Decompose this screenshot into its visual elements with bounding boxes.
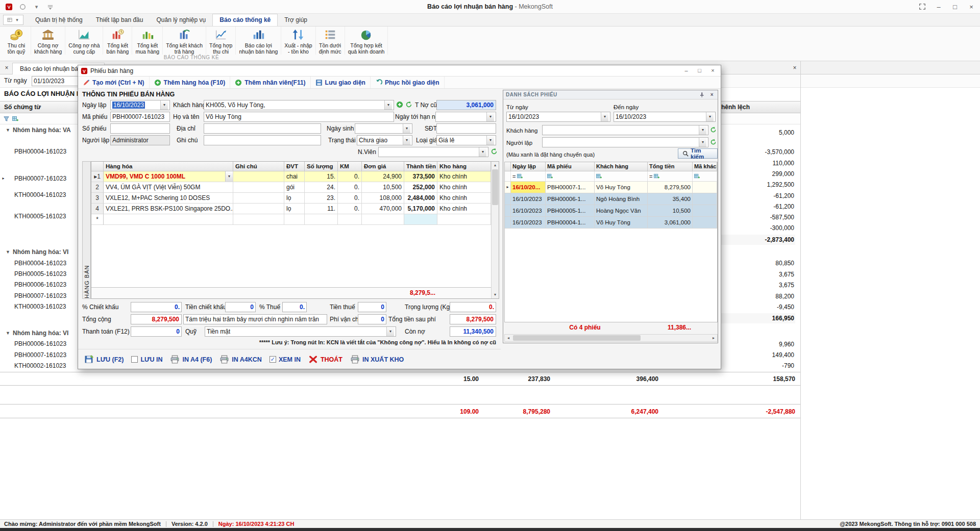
- save-button[interactable]: LƯU (F2): [84, 355, 124, 364]
- panel-close-icon[interactable]: ×: [791, 64, 798, 71]
- panel-column-header-2[interactable]: Khách hàng: [595, 162, 648, 171]
- ribbon-tab-2[interactable]: Quản lý nghiệp vụ: [150, 14, 212, 26]
- print-a4-button[interactable]: IN A4 (F6): [170, 355, 212, 364]
- ribbon-button-9[interactable]: Tồn dưới định mức: [316, 27, 345, 55]
- report-group-row[interactable]: ▼Nhóm hàng hóa: VA: [0, 125, 78, 135]
- nhan-vien-combo[interactable]: ▾: [378, 147, 488, 157]
- panel-to-date[interactable]: 16/10/2023▾: [614, 112, 716, 122]
- trong-luong-input[interactable]: 0.: [450, 302, 496, 312]
- pin-icon[interactable]: [699, 92, 705, 98]
- column-header-3[interactable]: Số lượng: [305, 162, 338, 171]
- panel-column-header-0[interactable]: Ngày lập: [511, 162, 546, 171]
- filter-cell-2[interactable]: [595, 171, 648, 181]
- quick-access-caret-icon[interactable]: ▾: [33, 3, 40, 11]
- dropdown-arrow-icon[interactable]: ▾: [486, 136, 494, 145]
- column-header-6[interactable]: Thành tiền: [404, 162, 437, 171]
- sdt-input[interactable]: [436, 123, 496, 134]
- dropdown-arrow-icon[interactable]: ▾: [486, 112, 494, 121]
- toolbar-item-2[interactable]: Thêm nhân viên(F11): [230, 77, 310, 88]
- dialog-maximize-icon[interactable]: □: [696, 67, 703, 74]
- chiet-khau-pct-input[interactable]: 0.: [131, 302, 182, 312]
- thanh-toan-input[interactable]: 0: [131, 326, 182, 337]
- ribbon-button-4[interactable]: Tổng kết mua hàng: [132, 27, 163, 55]
- report-row[interactable]: KTH00005-161023: [0, 211, 78, 221]
- tien-thue-input[interactable]: 0: [358, 302, 386, 312]
- panel-from-date[interactable]: 16/10/2023▾: [506, 112, 610, 122]
- dropdown-arrow-icon[interactable]: ▾: [225, 171, 233, 182]
- dia-chi-input[interactable]: [204, 123, 321, 134]
- ribbon-button-1[interactable]: Công nợ khách hàng: [31, 27, 65, 55]
- ribbon-button-5[interactable]: Tổng kết khách trả hàng: [163, 27, 206, 55]
- dropdown-arrow-icon[interactable]: ▾: [403, 124, 410, 133]
- expand-icon[interactable]: [919, 3, 926, 10]
- filter-cell-0[interactable]: =: [511, 171, 546, 181]
- dropdown-arrow-icon[interactable]: ▾: [386, 327, 394, 336]
- ngay-lap-input[interactable]: 16/10/2023▾: [110, 100, 170, 110]
- minimize-icon[interactable]: –: [935, 3, 942, 10]
- scroll-left-icon[interactable]: ◂: [505, 335, 512, 341]
- scroll-up-icon[interactable]: ▴: [492, 162, 499, 169]
- ribbon-button-3[interactable]: Tổng kết bán hàng: [103, 27, 132, 55]
- filter-cell-1[interactable]: [546, 171, 595, 181]
- toolbar-item-4[interactable]: Phục hồi giao diện: [371, 77, 445, 88]
- dropdown-arrow-icon[interactable]: ▾: [699, 138, 706, 147]
- panel-column-header-3[interactable]: Tổng tiền: [648, 162, 693, 171]
- filter-cell-4[interactable]: [693, 171, 717, 181]
- report-row[interactable]: PBH00004-161023: [0, 258, 78, 268]
- column-header-1[interactable]: Ghi chú: [233, 162, 284, 171]
- sale-item-row[interactable]: 2VV4, ÚM GÀ VỊT (Việt Viễn) 50GMgói24.0.…: [91, 182, 491, 193]
- sale-item-row[interactable]: 3VXLE12, M+PAC Schering 10 DOSESlọ23.0.1…: [91, 193, 491, 204]
- column-header-chenh-lech[interactable]: hênh lệch: [721, 104, 750, 111]
- column-header-4[interactable]: KM: [338, 162, 362, 171]
- refresh-customer-icon[interactable]: [405, 101, 412, 108]
- phieu-list-filter-row[interactable]: ==: [505, 171, 717, 182]
- column-header-7[interactable]: Kho hàng: [437, 162, 491, 171]
- ho-ten-input[interactable]: Võ Huy Tòng: [204, 112, 394, 122]
- report-row[interactable]: ▸PBH00007-161023: [0, 173, 78, 184]
- report-group-row[interactable]: ▼Nhóm hàng hóa: VI: [0, 247, 78, 257]
- ma-phieu-input[interactable]: PBH00007-161023: [110, 112, 170, 122]
- thue-pct-input[interactable]: 0.: [282, 302, 307, 312]
- print-a4kcn-button[interactable]: IN A4KCN: [219, 355, 262, 364]
- refresh-icon[interactable]: [710, 139, 717, 145]
- ribbon-button-7[interactable]: Báo cáo lợi nhuận bán hàng: [236, 27, 281, 55]
- phieu-row[interactable]: 16/10/2023PBH00004-1...Võ Huy Tòng3,061,…: [505, 217, 717, 229]
- so-phieu-input[interactable]: [110, 123, 170, 134]
- panel-column-header-1[interactable]: Mã phiếu: [546, 162, 595, 171]
- vertical-scrollbar[interactable]: ▴ ▾: [491, 162, 499, 298]
- panel-close-icon[interactable]: ×: [709, 92, 715, 98]
- report-row[interactable]: PBH00007-161023: [0, 291, 78, 301]
- ngay-sinh-combo[interactable]: ▾: [355, 123, 412, 134]
- phieu-row[interactable]: 16/10/2023PBH00006-1...Ngô Hoàng Bình35,…: [505, 193, 717, 205]
- ribbon-tab-3[interactable]: Báo cáo thống kê: [212, 14, 278, 26]
- ribbon-button-6[interactable]: Tổng hợp thu chi: [206, 27, 236, 55]
- quick-access-circle-icon[interactable]: [19, 3, 27, 11]
- toolbar-item-0[interactable]: Tạo mới (Ctrl + N): [78, 77, 150, 88]
- nguoi-lap-input[interactable]: Administrator: [110, 135, 170, 145]
- quy-combo[interactable]: Tiền mặt▾: [205, 326, 396, 337]
- column-header-so-chung-tu[interactable]: Số chứng từ: [4, 104, 41, 111]
- khach-hang-combo[interactable]: KH005, Võ Huy Tòng,▾: [204, 100, 394, 110]
- report-row[interactable]: PBH00004-161023: [0, 146, 78, 157]
- checkbox-icon[interactable]: [131, 356, 138, 363]
- column-header-5[interactable]: Đơn giá: [362, 162, 404, 171]
- scrollbar-thumb[interactable]: [513, 335, 641, 341]
- search-button[interactable]: Tìm kiếm: [678, 148, 718, 159]
- phi-van-chuyen-input[interactable]: 0: [358, 314, 386, 324]
- exit-button[interactable]: THOÁT: [308, 355, 342, 364]
- dropdown-arrow-icon[interactable]: ▾: [479, 147, 486, 157]
- report-row[interactable]: KTH00004-161023: [0, 190, 78, 200]
- ribbon-tab-1[interactable]: Thiết lập ban đầu: [89, 14, 150, 26]
- ribbon-menu-button[interactable]: ▾: [3, 15, 23, 25]
- sale-item-row[interactable]: 4VXLE21, PRRS BSK-PS100 Singapore 25DO..…: [91, 204, 491, 214]
- column-header-2[interactable]: ĐVT: [284, 162, 305, 171]
- filter-cell-icon[interactable]: [12, 116, 18, 122]
- save-print-checkbox[interactable]: LƯU IN: [131, 356, 162, 363]
- scroll-down-icon[interactable]: ▾: [492, 291, 499, 298]
- column-header-0[interactable]: Hàng hóa: [104, 162, 233, 171]
- refresh-icon[interactable]: [710, 127, 717, 133]
- report-group-row[interactable]: ▼Nhóm hàng hóa: VI: [0, 328, 78, 338]
- toolbar-customize-icon[interactable]: [46, 3, 54, 11]
- han-no-combo[interactable]: ▾: [435, 112, 496, 122]
- dropdown-arrow-icon[interactable]: ▾: [384, 100, 392, 110]
